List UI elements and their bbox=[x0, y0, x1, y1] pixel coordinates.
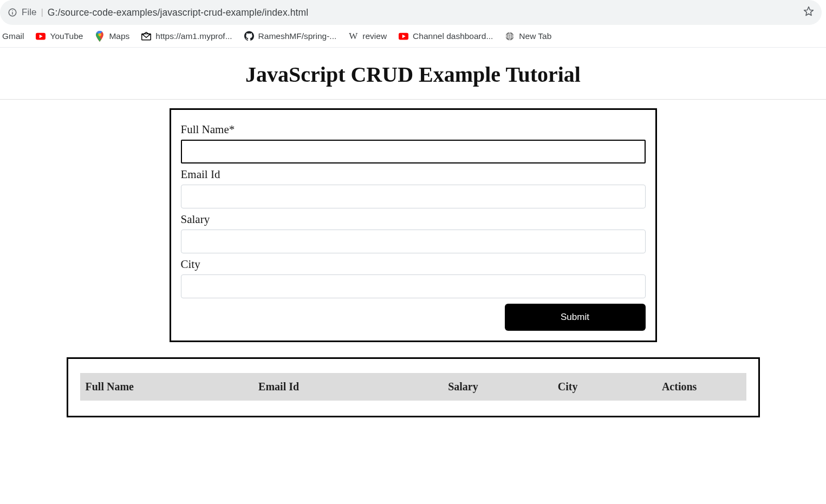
bookmarks-bar: GmailYouTubeMapshttps://am1.myprof...Ram… bbox=[0, 25, 826, 48]
employee-form: Full Name* Email Id Salary City Submit bbox=[170, 108, 657, 342]
table-header: Actions bbox=[613, 373, 746, 401]
bookmark-label: New Tab bbox=[519, 31, 551, 41]
bookmark-item[interactable]: https://am1.myprof... bbox=[141, 31, 232, 41]
bookmark-item[interactable]: New Tab bbox=[505, 31, 551, 41]
bookmark-label: Maps bbox=[109, 31, 129, 41]
bookmark-label: Channel dashboard... bbox=[413, 31, 493, 41]
url-scheme-label: File bbox=[22, 7, 36, 18]
city-label: City bbox=[181, 258, 646, 271]
bookmark-label: YouTube bbox=[50, 31, 83, 41]
employee-table: Full NameEmail IdSalaryCityActions bbox=[80, 373, 746, 401]
info-icon[interactable] bbox=[8, 8, 17, 17]
full-name-input[interactable] bbox=[181, 140, 646, 163]
url-text[interactable]: G:/source-code-examples/javascript-crud-… bbox=[48, 7, 799, 18]
table-header: Salary bbox=[404, 373, 523, 401]
bookmark-label: review bbox=[362, 31, 387, 41]
svg-marker-3 bbox=[804, 6, 814, 15]
bookmark-item[interactable]: YouTube bbox=[36, 31, 83, 41]
address-bar[interactable]: File | G:/source-code-examples/javascrip… bbox=[0, 0, 822, 25]
salary-label: Salary bbox=[181, 213, 646, 226]
bookmark-label: https://am1.myprof... bbox=[155, 31, 232, 41]
submit-button[interactable]: Submit bbox=[505, 304, 646, 331]
mail-icon bbox=[141, 31, 151, 41]
table-header: Email Id bbox=[253, 373, 404, 401]
table-header: City bbox=[523, 373, 613, 401]
bookmark-star-icon[interactable] bbox=[803, 6, 814, 19]
full-name-label: Full Name* bbox=[181, 123, 646, 136]
svg-point-2 bbox=[12, 10, 13, 11]
divider: | bbox=[41, 7, 43, 18]
globe-icon bbox=[505, 31, 515, 41]
bookmark-item[interactable]: RameshMF/spring-... bbox=[244, 31, 337, 41]
maps-icon bbox=[95, 31, 105, 41]
wikipedia-icon: W bbox=[348, 31, 358, 41]
bookmark-label: RameshMF/spring-... bbox=[258, 31, 337, 41]
salary-input[interactable] bbox=[181, 230, 646, 253]
bookmark-label: Gmail bbox=[2, 31, 24, 41]
bookmark-item[interactable]: Gmail bbox=[2, 31, 24, 41]
email-label: Email Id bbox=[181, 168, 646, 181]
bookmark-item[interactable]: Wreview bbox=[348, 31, 387, 41]
table-header: Full Name bbox=[80, 373, 253, 401]
title-divider bbox=[0, 99, 826, 100]
email-input[interactable] bbox=[181, 185, 646, 208]
github-icon bbox=[244, 31, 254, 41]
city-input[interactable] bbox=[181, 274, 646, 298]
employee-table-box: Full NameEmail IdSalaryCityActions bbox=[67, 357, 760, 417]
youtube-icon bbox=[36, 31, 45, 41]
bookmark-item[interactable]: Maps bbox=[95, 31, 129, 41]
page-title: JavaScript CRUD Example Tutorial bbox=[0, 62, 826, 87]
youtube-icon bbox=[399, 31, 408, 41]
svg-point-7 bbox=[99, 33, 101, 36]
bookmark-item[interactable]: Channel dashboard... bbox=[399, 31, 493, 41]
